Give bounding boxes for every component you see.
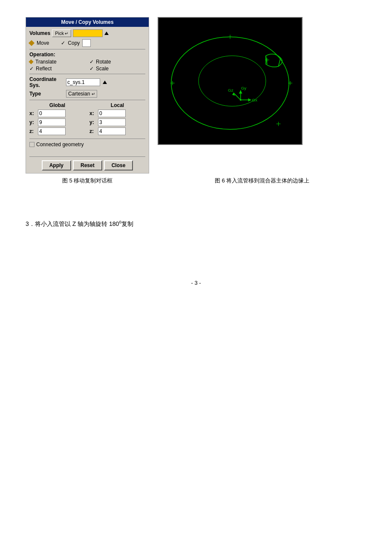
local-col: Local x: y: z:	[89, 102, 145, 136]
bottom-paragraph: 3．将小入流管以 Z 轴为轴旋转 180o复制	[26, 219, 366, 228]
rotate-option: ✓ Rotate	[89, 59, 145, 65]
main-content: Move / Copy Volumes Volumes Pick ↵ Move	[26, 17, 366, 173]
connected-checkbox-icon[interactable]	[29, 142, 35, 147]
connected-label: Connected geometry	[36, 142, 84, 147]
volumes-input[interactable]	[73, 29, 103, 37]
type-value: Cartesian	[68, 91, 90, 97]
global-y-input[interactable]	[38, 119, 66, 126]
dialog-titlebar: Move / Copy Volumes	[26, 17, 149, 27]
local-z-input[interactable]	[98, 127, 126, 135]
global-header: Global	[29, 102, 85, 108]
viewport-svg: Gz Gy Gx	[159, 18, 302, 144]
dialog-body: Volumes Pick ↵ Move ✓ Copy	[26, 27, 149, 173]
svg-text:Gx: Gx	[252, 98, 257, 102]
copy-input[interactable]	[82, 39, 91, 47]
close-button[interactable]: Close	[104, 160, 133, 171]
local-x-row: x:	[89, 110, 145, 117]
coord-sys-label: Coordinate Sys.	[29, 76, 63, 88]
viewport: Gz Gy Gx	[158, 17, 303, 145]
apply-button[interactable]: Apply	[42, 160, 71, 171]
volumes-up-arrow-icon	[104, 32, 109, 35]
operation-title: Operation:	[29, 52, 145, 58]
global-x-row: x:	[29, 110, 85, 117]
page: Move / Copy Volumes Volumes Pick ↵ Move	[0, 0, 392, 555]
global-z-input[interactable]	[38, 127, 66, 135]
bottom-text-suffix: 复制	[121, 220, 133, 227]
local-y-row: y:	[89, 119, 145, 126]
local-x-label: x:	[89, 110, 98, 116]
translate-label: Translate	[35, 59, 57, 65]
type-select[interactable]: Cartesian ↵	[66, 90, 97, 98]
global-x-input[interactable]	[38, 110, 66, 117]
page-number-text: - 3 -	[191, 280, 201, 286]
type-label: Type	[29, 91, 63, 97]
type-row: Type Cartesian ↵	[29, 90, 145, 98]
global-col: Global x: y: z:	[29, 102, 85, 136]
move-copy-dialog: Move / Copy Volumes Volumes Pick ↵ Move	[26, 17, 149, 173]
local-x-input[interactable]	[98, 110, 126, 117]
move-copy-row: Move ✓ Copy	[29, 39, 145, 47]
copy-label: Copy	[68, 40, 80, 46]
reflect-label: Reflect	[36, 66, 52, 72]
global-z-row: z:	[29, 127, 85, 135]
local-header: Local	[89, 102, 145, 108]
bottom-text: 3．将小入流管以 Z 轴为轴旋转 180o复制	[26, 219, 366, 228]
pick-arrow-icon: ↵	[65, 31, 68, 36]
copy-check-icon: ✓	[61, 40, 65, 46]
caption-left: 图 5 移动复制对话框	[26, 177, 149, 185]
rotate-check-icon: ✓	[89, 59, 94, 65]
divider2	[29, 74, 145, 74]
caption-left-text: 图 5 移动复制对话框	[62, 177, 112, 184]
translate-diamond-icon	[29, 59, 33, 64]
coord-sys-row: Coordinate Sys.	[29, 76, 145, 88]
global-x-label: x:	[29, 110, 38, 116]
pick-button[interactable]: Pick ↵	[52, 29, 71, 37]
global-local-section: Global x: y: z:	[29, 102, 145, 136]
coord-up-arrow-icon	[103, 81, 107, 84]
svg-text:Gy: Gy	[241, 86, 247, 90]
caption-right-text: 图 6 将入流管移到混合器主体的边缘上	[215, 177, 309, 184]
local-y-label: y:	[89, 119, 98, 125]
pick-label: Pick	[55, 31, 64, 36]
local-y-input[interactable]	[98, 119, 126, 126]
captions: 图 5 移动复制对话框 图 6 将入流管移到混合器主体的边缘上	[26, 177, 366, 185]
divider3	[29, 100, 145, 100]
rotate-label: Rotate	[96, 59, 111, 65]
action-buttons: Apply Reset Close	[29, 160, 145, 171]
svg-text:Gz: Gz	[228, 88, 233, 92]
global-y-label: y:	[29, 119, 38, 125]
scale-label: Scale	[96, 66, 109, 72]
type-arrow-icon: ↵	[92, 92, 95, 96]
global-z-label: z:	[29, 128, 38, 134]
divider1	[29, 49, 145, 49]
spacer	[29, 150, 145, 154]
operation-section: Operation: Translate ✓ Rotate ✓ Reflect	[29, 52, 145, 72]
volumes-row: Volumes Pick ↵	[29, 29, 145, 37]
bottom-text-prefix: 3．将小入流管以 Z 轴为轴旋转 180	[26, 220, 119, 227]
local-z-label: z:	[89, 128, 98, 134]
reflect-option: ✓ Reflect	[29, 66, 85, 72]
reset-button[interactable]: Reset	[73, 160, 102, 171]
reflect-check-icon: ✓	[29, 66, 34, 72]
divider4	[29, 139, 145, 139]
operation-grid: Translate ✓ Rotate ✓ Reflect ✓ Scale	[29, 59, 145, 72]
connected-row: Connected geometry	[29, 142, 145, 147]
move-diamond-icon	[29, 40, 35, 46]
divider5	[29, 156, 145, 157]
coord-sys-input[interactable]	[66, 78, 100, 86]
global-y-row: y:	[29, 119, 85, 126]
move-label: Move	[37, 40, 49, 46]
scale-option: ✓ Scale	[89, 66, 145, 72]
scale-check-icon: ✓	[89, 66, 94, 72]
volumes-label: Volumes	[29, 30, 50, 36]
page-number: - 3 -	[26, 280, 366, 286]
translate-option: Translate	[29, 59, 85, 65]
local-z-row: z:	[89, 127, 145, 135]
dialog-title: Move / Copy Volumes	[61, 19, 113, 25]
caption-right: 图 6 将入流管移到混合器主体的边缘上	[158, 177, 366, 185]
